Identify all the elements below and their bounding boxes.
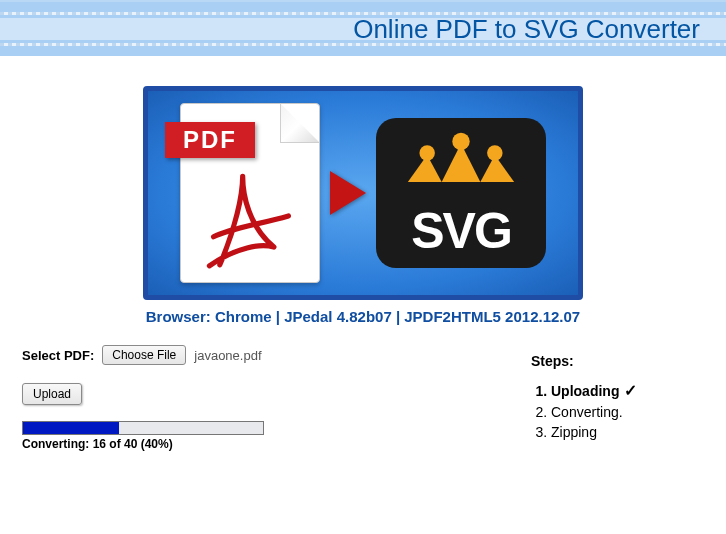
- controls-area: Select PDF: Choose File javaone.pdf Uplo…: [0, 345, 726, 451]
- acrobat-swirl-icon: [199, 166, 303, 270]
- meta-info: Browser: Chrome | JPedal 4.82b07 | JPDF2…: [146, 308, 580, 325]
- upload-button[interactable]: Upload: [22, 383, 82, 405]
- pdf-document-icon: PDF: [180, 103, 320, 283]
- progress-text: Converting: 16 of 40 (40%): [22, 437, 264, 451]
- pdf-badge: PDF: [165, 122, 255, 158]
- choose-file-button[interactable]: Choose File: [102, 345, 186, 365]
- check-icon: ✓: [619, 382, 636, 399]
- svg-crown-icon: [396, 126, 526, 184]
- select-pdf-label: Select PDF:: [22, 348, 94, 363]
- hero-banner: PDF SVG: [143, 86, 583, 300]
- arrow-right-icon: [330, 171, 366, 215]
- page-title: Online PDF to SVG Converter: [353, 14, 700, 45]
- progress-bar: [22, 421, 264, 435]
- step-item: Zipping: [551, 424, 706, 440]
- header-bar: Online PDF to SVG Converter: [0, 0, 726, 56]
- progress-fill: [23, 422, 119, 434]
- progress-section: Converting: 16 of 40 (40%): [22, 421, 264, 451]
- hero-section: PDF SVG Browser: Chrome: [0, 86, 726, 325]
- step-item: Uploading ✓: [551, 381, 706, 400]
- step-item: Converting.: [551, 404, 706, 420]
- steps-panel: Steps: Uploading ✓Converting.Zipping: [531, 345, 706, 451]
- svg-point-1: [452, 133, 469, 150]
- selected-file-name: javaone.pdf: [194, 348, 261, 363]
- steps-list: Uploading ✓Converting.Zipping: [551, 381, 706, 440]
- svg-logo-text: SVG: [411, 206, 511, 256]
- svg-point-0: [419, 145, 434, 160]
- svg-logo-icon: SVG: [376, 118, 546, 268]
- steps-title: Steps:: [531, 353, 706, 369]
- svg-point-2: [487, 145, 502, 160]
